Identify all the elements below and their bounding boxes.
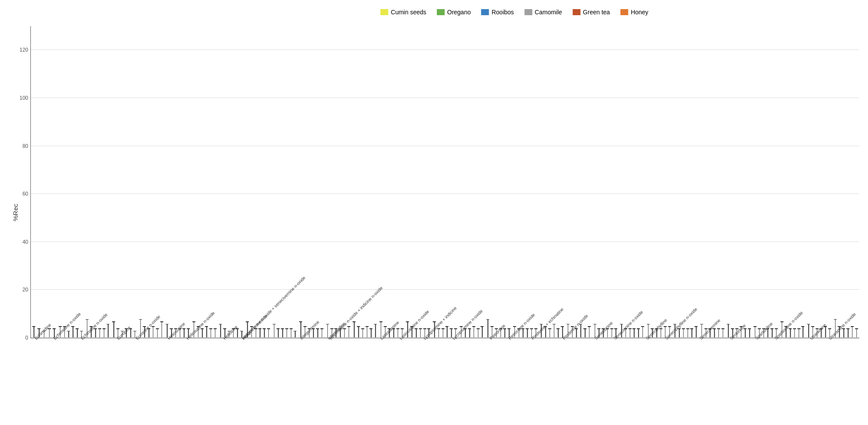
- error-bar: [749, 328, 750, 338]
- error-bar: [317, 328, 318, 338]
- error-bar: [375, 324, 376, 338]
- error-bar: [714, 328, 715, 338]
- error-bar: [844, 328, 845, 338]
- y-tick-label: 120: [20, 47, 28, 53]
- error-bar: [473, 326, 474, 338]
- error-bar: [825, 326, 826, 338]
- x-label: Senecionine n-oxide: [612, 310, 644, 341]
- error-bar: [108, 324, 109, 338]
- legend-label: Honey: [631, 9, 648, 16]
- y-gridline: [31, 289, 859, 290]
- error-bar: [549, 328, 550, 338]
- chart-legend: Cumin seedsOreganoRooibosCamomileGreen t…: [381, 9, 648, 16]
- error-bar: [157, 328, 158, 338]
- legend-swatch: [620, 9, 628, 15]
- x-label: Heliosupine: [167, 321, 186, 341]
- error-bar: [367, 326, 368, 338]
- error-bar: [354, 321, 355, 338]
- legend-swatch: [481, 9, 489, 15]
- error-bar: [184, 328, 185, 338]
- error-bar: [113, 321, 114, 338]
- error-bar: [344, 328, 345, 338]
- legend-swatch: [524, 9, 532, 15]
- x-label: Lycopsamine n-oxide: [451, 308, 483, 340]
- error-bar: [210, 328, 211, 338]
- y-gridline: [31, 98, 859, 98]
- x-label: Senkirkine: [729, 323, 746, 341]
- error-bar: [322, 328, 322, 338]
- error-bar: [416, 328, 417, 338]
- error-bar: [420, 328, 421, 338]
- error-bar: [264, 328, 265, 338]
- error-bar: [580, 324, 581, 338]
- y-gridline: [31, 193, 859, 194]
- error-bar: [852, 326, 853, 338]
- error-bar: [723, 328, 723, 338]
- y-axis-label: %Rec: [12, 204, 19, 221]
- legend-label: Rooibos: [492, 9, 514, 16]
- error-bar: [718, 328, 719, 338]
- error-bar: [237, 328, 238, 338]
- error-bar: [772, 328, 773, 338]
- error-bar: [295, 331, 296, 338]
- error-bar: [523, 328, 524, 338]
- error-bar: [73, 326, 74, 338]
- error-bar: [661, 328, 661, 338]
- error-bar: [505, 328, 506, 338]
- error-bar: [358, 326, 359, 338]
- legend-label: Cumin seeds: [391, 9, 427, 16]
- legend-item: Camomile: [524, 9, 562, 16]
- y-tick-label: 20: [23, 287, 28, 293]
- error-bar: [77, 328, 78, 338]
- x-label: Spartioidine n-oxide: [773, 310, 804, 340]
- error-bar: [49, 328, 50, 338]
- error-bar: [612, 328, 612, 338]
- error-bar: [589, 326, 590, 338]
- y-gridline: [31, 49, 859, 50]
- legend-item: Rooibos: [481, 9, 514, 16]
- error-bar: [371, 328, 372, 338]
- legend-item: Green tea: [572, 9, 610, 16]
- x-label: Heliosupine n-oxide: [185, 311, 216, 341]
- y-gridline: [31, 146, 859, 146]
- chart-area: EchimidineEchimidine n-oxideEchinatine n…: [30, 26, 859, 338]
- error-bar: [447, 326, 448, 338]
- y-tick-label: 60: [23, 191, 28, 197]
- error-bar: [576, 328, 577, 338]
- error-bar: [349, 326, 349, 338]
- error-bar: [274, 324, 275, 338]
- legend-label: Green tea: [583, 9, 610, 16]
- error-bar: [642, 326, 643, 338]
- error-bar: [153, 326, 154, 338]
- x-label: Rinderine + echinatine: [530, 307, 564, 340]
- error-bar: [260, 328, 261, 338]
- y-tick-label: 0: [25, 335, 28, 341]
- y-tick-label: 40: [23, 239, 28, 245]
- error-bar: [282, 328, 283, 338]
- error-bar: [554, 324, 555, 338]
- legend-item: Cumin seeds: [381, 9, 427, 16]
- error-bar: [443, 328, 444, 338]
- error-bar: [679, 328, 680, 338]
- error-bar: [362, 328, 363, 338]
- error-bar: [482, 326, 483, 338]
- error-bar: [393, 328, 394, 338]
- error-bar: [278, 328, 279, 338]
- legend-swatch: [572, 9, 580, 15]
- error-bar: [803, 326, 804, 338]
- error-bar: [69, 331, 69, 338]
- error-bar: [206, 326, 207, 338]
- bars-wrapper: EchimidineEchimidine n-oxideEchinatine n…: [31, 26, 859, 338]
- y-tick-label: 80: [23, 143, 28, 149]
- error-bar: [291, 328, 292, 338]
- error-bar: [687, 328, 688, 338]
- error-bar: [630, 328, 631, 338]
- error-bar: [634, 328, 635, 338]
- error-bar: [848, 328, 848, 338]
- error-bar: [478, 328, 479, 338]
- error-bar: [286, 328, 287, 338]
- error-bar: [794, 328, 795, 338]
- error-bar: [469, 328, 470, 338]
- error-bar: [692, 328, 693, 338]
- chart-container: Cumin seedsOreganoRooibosCamomileGreen t…: [0, 0, 868, 425]
